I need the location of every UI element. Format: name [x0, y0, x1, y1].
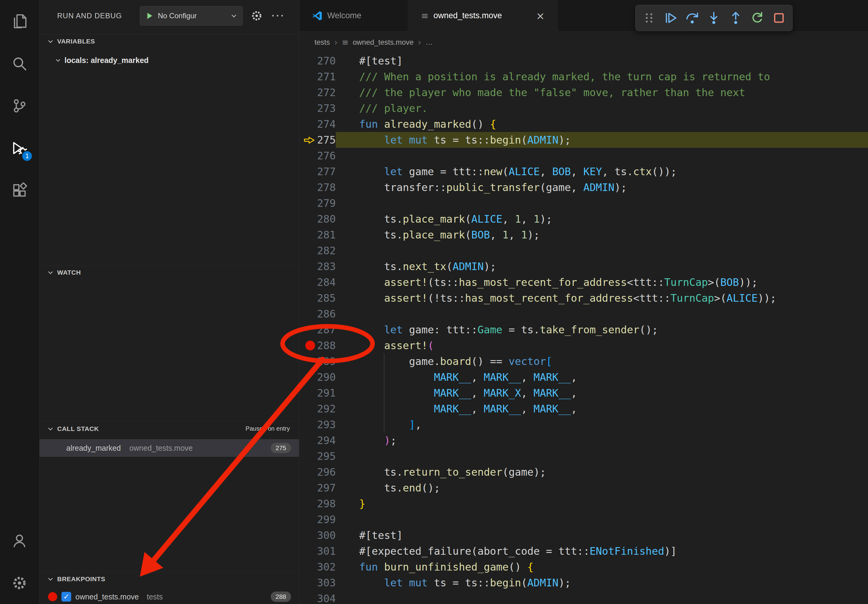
stop-icon[interactable] [769, 9, 788, 27]
line-number[interactable]: 284 [299, 274, 336, 290]
code-line: 291 MARK__, MARK_X, MARK__, [299, 385, 868, 401]
debug-settings-gear-icon[interactable] [250, 9, 264, 23]
activity-bar-bottom [0, 519, 39, 604]
breakpoint-dot[interactable] [305, 341, 315, 350]
toolbar-drag-handle[interactable] [640, 9, 659, 27]
line-number[interactable]: 280 [299, 211, 336, 227]
code-line: 278 transfer::public_transfer(game, ADMI… [299, 180, 868, 195]
restart-icon[interactable] [748, 9, 767, 27]
call-stack-label: CALL STACK [57, 425, 99, 432]
line-number[interactable]: 301 [299, 543, 336, 559]
line-number[interactable]: 273 [299, 101, 336, 116]
line-number[interactable]: 297 [299, 480, 336, 496]
line-number[interactable]: 288 [299, 338, 336, 353]
account-icon[interactable] [0, 519, 39, 562]
code-line: 280 ts.place_mark(ALICE, 1, 1); [299, 211, 868, 227]
line-number[interactable]: 298 [299, 496, 336, 511]
variables-scope-row[interactable]: locals: already_marked [40, 54, 299, 67]
call-stack-section-header[interactable]: CALL STACK Paused on entry [40, 421, 299, 435]
source-control-icon[interactable] [0, 85, 39, 127]
code-text: let game = ttt::new(ALICE, BOB, KEY, ts.… [336, 164, 868, 180]
close-icon[interactable]: × [536, 10, 545, 22]
chevron-down-icon [55, 57, 62, 63]
chevron-down-icon [47, 269, 54, 276]
code-text [336, 511, 868, 527]
breakpoint-item[interactable]: ✓ owned_tests.move tests 288 [40, 589, 299, 604]
editor-group: Welcome ≡ owned_tests.move × [299, 0, 868, 604]
continue-icon[interactable] [661, 9, 680, 27]
call-stack-frame[interactable]: already_marked owned_tests.move 275 [40, 439, 299, 457]
line-number[interactable]: 295 [299, 448, 336, 464]
run-and-debug-icon[interactable]: 1 [0, 127, 39, 169]
code-line: 284 assert!(ts::has_most_recent_for_addr… [299, 274, 868, 290]
breakpoint-dot-icon [48, 592, 57, 601]
code-line: 297 ts.end(); [299, 480, 868, 496]
chevron-down-icon [47, 575, 54, 583]
line-number[interactable]: 281 [299, 227, 336, 243]
line-number[interactable]: 296 [299, 464, 336, 480]
breakpoints-section-header[interactable]: BREAKPOINTS [40, 572, 299, 586]
line-number[interactable]: 287 [299, 322, 336, 338]
line-number[interactable]: 283 [299, 259, 336, 274]
code-line: 304 [299, 591, 868, 604]
line-number[interactable]: 293 [299, 417, 336, 432]
debug-toolbar [636, 5, 792, 31]
step-into-icon[interactable] [704, 9, 723, 27]
line-number[interactable]: 278 [299, 180, 336, 195]
more-actions-icon[interactable]: ··· [271, 9, 285, 23]
activity-bar: 1 [0, 0, 40, 604]
line-number[interactable]: 299 [299, 511, 336, 527]
line-number[interactable]: 272 [299, 85, 336, 101]
line-number[interactable]: 304 [299, 591, 336, 604]
line-number[interactable]: 274 [299, 116, 336, 132]
step-out-icon[interactable] [726, 9, 745, 27]
code-line: 292 MARK__, MARK__, MARK__, [299, 401, 868, 417]
code-editor[interactable]: 270#[test]271/// When a position is alre… [299, 53, 868, 604]
line-number[interactable]: 291 [299, 385, 336, 401]
explorer-icon[interactable] [0, 0, 39, 42]
code-text: MARK__, MARK_X, MARK__, [336, 385, 868, 401]
line-number[interactable]: 277 [299, 164, 336, 180]
extensions-icon[interactable] [0, 169, 39, 211]
code-text: } [336, 496, 868, 511]
code-line: 288 assert!( [299, 338, 868, 353]
chevron-right-icon: › [334, 37, 338, 48]
line-number[interactable]: 294 [299, 432, 336, 448]
code-line: 271/// When a position is already marked… [299, 69, 868, 85]
step-over-icon[interactable] [683, 9, 702, 27]
line-number[interactable]: 270 [299, 53, 336, 69]
code-text: #[test] [336, 53, 868, 69]
line-number[interactable]: 302 [299, 559, 336, 575]
watch-section-header[interactable]: WATCH [40, 265, 299, 279]
line-number[interactable]: 290 [299, 369, 336, 385]
code-text: assert!( [336, 338, 868, 353]
code-text: MARK__, MARK__, MARK__, [336, 401, 868, 417]
code-line: 276 [299, 148, 868, 164]
variables-section-header[interactable]: VARIABLES [40, 34, 299, 48]
code-text: let mut ts = ts::begin(ADMIN); [336, 575, 868, 591]
line-number[interactable]: 271 [299, 69, 336, 85]
line-number[interactable]: 279 [299, 195, 336, 211]
breadcrumb-symbol-ellipsis[interactable]: … [425, 38, 433, 46]
search-icon[interactable] [0, 42, 39, 85]
code-text: ts.place_mark(BOB, 1, 1); [336, 227, 868, 243]
breadcrumb-folder[interactable]: tests [315, 38, 330, 46]
breakpoint-dir: tests [147, 592, 163, 601]
code-text [336, 148, 868, 164]
settings-gear-icon[interactable] [0, 562, 39, 604]
start-debugging-icon[interactable] [145, 11, 154, 20]
line-number[interactable]: 276 [299, 148, 336, 164]
breadcrumb-file[interactable]: owned_tests.move [353, 38, 414, 46]
scope-label: locals: already_marked [65, 56, 149, 65]
line-number[interactable]: 286 [299, 306, 336, 322]
breakpoint-checkbox[interactable]: ✓ [62, 592, 71, 602]
line-number[interactable]: 292 [299, 401, 336, 417]
tab-welcome[interactable]: Welcome [299, 0, 408, 31]
line-number[interactable]: 282 [299, 243, 336, 259]
line-number[interactable]: 285 [299, 290, 336, 306]
line-number[interactable]: 300 [299, 527, 336, 543]
debug-config-dropdown[interactable]: No Configur [140, 6, 243, 26]
line-number[interactable]: 289 [299, 353, 336, 369]
tab-owned-tests-move[interactable]: ≡ owned_tests.move × [408, 0, 558, 32]
line-number[interactable]: 303 [299, 575, 336, 591]
